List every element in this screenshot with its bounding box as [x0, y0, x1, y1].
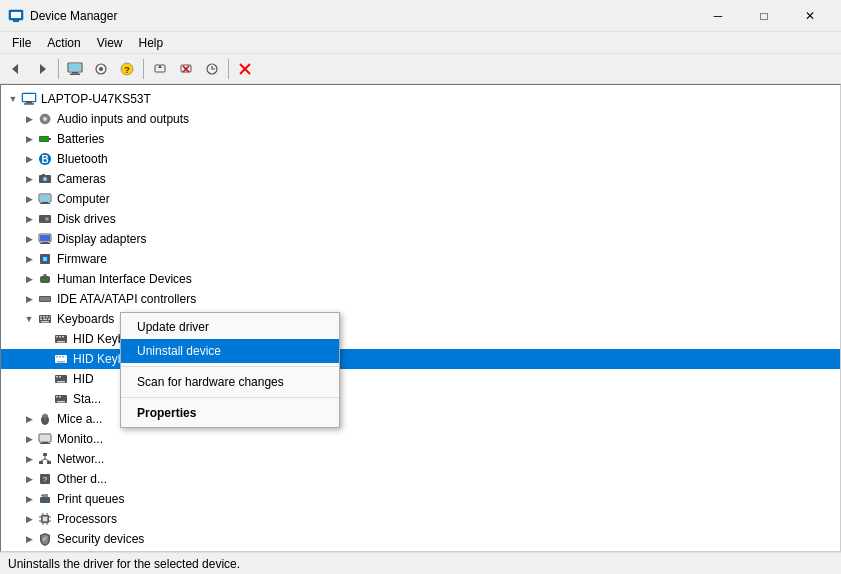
- computer-label: Computer: [57, 192, 110, 206]
- svg-rect-93: [40, 443, 50, 444]
- context-menu-sep-2: [121, 397, 339, 398]
- svg-marker-4: [40, 64, 46, 74]
- minimize-button[interactable]: ─: [695, 0, 741, 32]
- toolbar-update-driver[interactable]: [148, 57, 172, 81]
- toolbar-forward[interactable]: [30, 57, 54, 81]
- tree-item-firmware[interactable]: ▶ Firmware: [1, 249, 840, 269]
- tree-item-batteries[interactable]: ▶ Batteries: [1, 129, 840, 149]
- svg-rect-108: [43, 517, 47, 521]
- status-bar: Uninstalls the driver for the selected d…: [0, 552, 841, 574]
- svg-rect-2: [13, 20, 19, 22]
- app-icon: [8, 8, 24, 24]
- menu-bar: File Action View Help: [0, 32, 841, 54]
- svg-rect-80: [59, 376, 61, 378]
- toolbar-delete[interactable]: [233, 57, 257, 81]
- svg-point-10: [99, 67, 103, 71]
- tree-item-printqueues[interactable]: ▶ Print queues: [1, 489, 840, 509]
- svg-rect-75: [59, 356, 61, 358]
- svg-rect-94: [43, 453, 47, 456]
- tree-item-monitors[interactable]: ▶ Monito...: [1, 429, 840, 449]
- menu-help[interactable]: Help: [131, 34, 172, 52]
- tree-item-bluetooth[interactable]: ▶ B Bluetooth: [1, 149, 840, 169]
- toolbar-show-hidden[interactable]: [89, 57, 113, 81]
- displayadapters-icon: [37, 231, 53, 247]
- hid-kbd-2-icon: [53, 351, 69, 367]
- softwarecomponents-icon: [37, 551, 53, 552]
- menu-view[interactable]: View: [89, 34, 131, 52]
- svg-rect-66: [48, 319, 50, 321]
- tree-item-displayadapters[interactable]: ▶ Display adapters: [1, 229, 840, 249]
- processors-label: Processors: [57, 512, 117, 526]
- audio-expand-arrow: ▶: [21, 111, 37, 127]
- tree-item-network[interactable]: ▶ Networ...: [1, 449, 840, 469]
- svg-rect-104: [42, 500, 48, 501]
- tree-item-diskdrives[interactable]: ▶ Disk drives: [1, 209, 840, 229]
- menu-action[interactable]: Action: [39, 34, 88, 52]
- network-icon: [37, 451, 53, 467]
- toolbar-back[interactable]: [4, 57, 28, 81]
- tree-item-other[interactable]: ▶ ? Other d...: [1, 469, 840, 489]
- security-expand-arrow: ▶: [21, 531, 37, 547]
- svg-rect-38: [40, 203, 50, 204]
- svg-point-41: [46, 218, 48, 220]
- close-button[interactable]: ✕: [787, 0, 833, 32]
- security-label: Security devices: [57, 532, 144, 546]
- other-icon: ?: [37, 471, 53, 487]
- svg-rect-6: [69, 64, 81, 71]
- tree-item-processors[interactable]: ▶ Processors: [1, 509, 840, 529]
- tree-item-security[interactable]: ▶ ✓ Security devices: [1, 529, 840, 549]
- tree-root[interactable]: ▼ LAPTOP-U47KS53T: [1, 89, 840, 109]
- context-menu-update-driver[interactable]: Update driver: [121, 315, 339, 339]
- svg-rect-42: [40, 222, 43, 223]
- bluetooth-label: Bluetooth: [57, 152, 108, 166]
- tree-item-softwarecomponents[interactable]: ▶ Software components: [1, 549, 840, 552]
- keyboards-icon: [37, 311, 53, 327]
- tree-item-ide[interactable]: ▶ IDE ATA/ATAPI controllers: [1, 289, 840, 309]
- main-content: ▼ LAPTOP-U47KS53T ▶ Audio inputs and: [0, 84, 841, 552]
- processors-icon: [37, 511, 53, 527]
- tree-item-cameras[interactable]: ▶ Cameras: [1, 169, 840, 189]
- security-icon: ✓: [37, 531, 53, 547]
- context-menu-properties[interactable]: Properties: [121, 401, 339, 425]
- hid-kbd-1-icon: [53, 331, 69, 347]
- diskdrives-icon: [37, 211, 53, 227]
- maximize-button[interactable]: □: [741, 0, 787, 32]
- root-label: LAPTOP-U47KS53T: [41, 92, 151, 106]
- ide-expand-arrow: ▶: [21, 291, 37, 307]
- title-bar: Device Manager ─ □ ✕: [0, 0, 841, 32]
- batteries-label: Batteries: [57, 132, 104, 146]
- computer-icon: [21, 91, 37, 107]
- menu-file[interactable]: File: [4, 34, 39, 52]
- toolbar-sep-2: [143, 59, 144, 79]
- svg-rect-74: [56, 356, 58, 358]
- mice-label: Mice a...: [57, 412, 102, 426]
- toolbar-uninstall[interactable]: [174, 57, 198, 81]
- svg-rect-50: [40, 276, 50, 283]
- tree-item-audio[interactable]: ▶ Audio inputs and outputs: [1, 109, 840, 129]
- svg-rect-37: [42, 202, 48, 203]
- svg-rect-60: [40, 316, 42, 318]
- tree-item-hid[interactable]: ▶ Human Interface Devices: [1, 269, 840, 289]
- svg-rect-69: [56, 336, 58, 338]
- svg-rect-23: [26, 102, 32, 103]
- svg-rect-72: [57, 341, 65, 343]
- toolbar-scan[interactable]: [200, 57, 224, 81]
- context-menu-scan-hardware[interactable]: Scan for hardware changes: [121, 370, 339, 394]
- hid-kbd-3-icon: [53, 371, 69, 387]
- context-menu-uninstall-device[interactable]: Uninstall device: [121, 339, 339, 363]
- svg-text:?: ?: [43, 475, 48, 484]
- toolbar-device-mgr[interactable]: [63, 57, 87, 81]
- tree-item-computer[interactable]: ▶ Computer: [1, 189, 840, 209]
- firmware-expand-arrow: ▶: [21, 251, 37, 267]
- bluetooth-icon: B: [37, 151, 53, 167]
- diskdrives-label: Disk drives: [57, 212, 116, 226]
- monitors-expand-arrow: ▶: [21, 431, 37, 447]
- audio-icon: [37, 111, 53, 127]
- printqueues-expand-arrow: ▶: [21, 491, 37, 507]
- svg-rect-44: [40, 235, 50, 241]
- svg-rect-46: [40, 243, 50, 244]
- svg-rect-45: [42, 242, 48, 243]
- svg-rect-85: [57, 401, 65, 403]
- toolbar-help[interactable]: ?: [115, 57, 139, 81]
- svg-line-98: [41, 459, 45, 461]
